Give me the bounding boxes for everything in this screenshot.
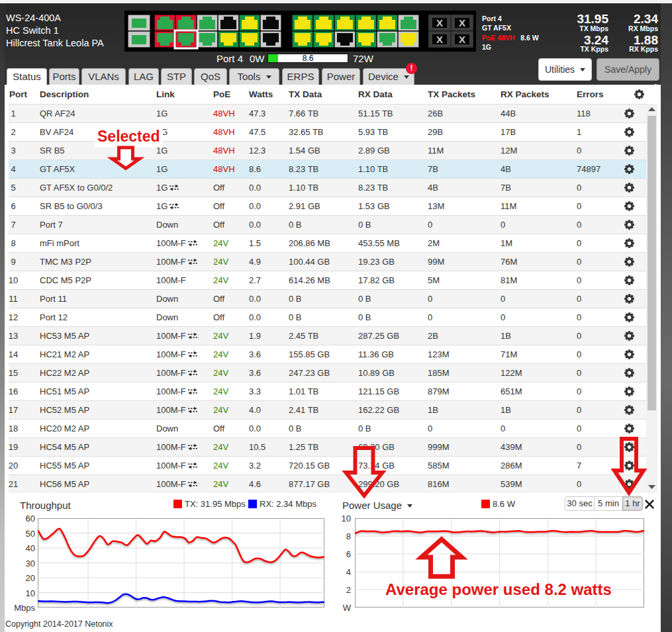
svg-text:X: X xyxy=(436,17,443,28)
svg-text:X: X xyxy=(459,17,465,28)
svg-text:X: X xyxy=(459,34,465,45)
svg-text:X: X xyxy=(436,34,443,45)
